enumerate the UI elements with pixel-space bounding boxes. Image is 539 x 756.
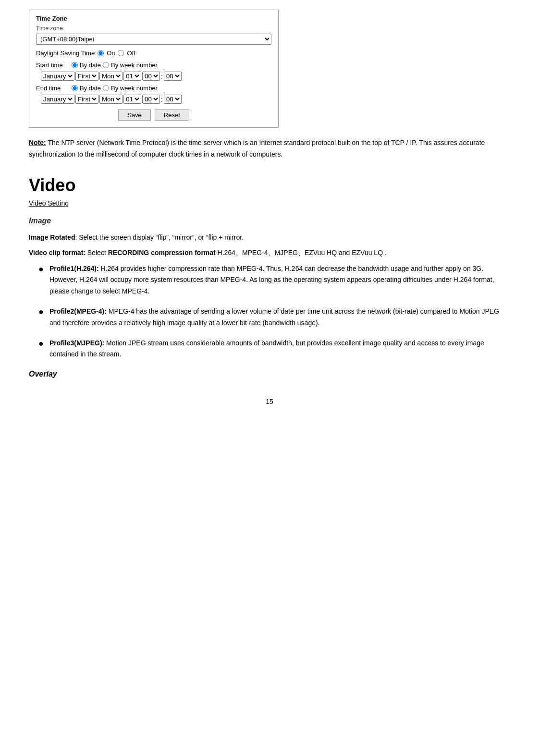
start-time-radio-group: Start time By date By week number — [36, 61, 271, 69]
start-by-week-radio[interactable] — [103, 62, 109, 68]
note-section: Note: The NTP server (Network Time Proto… — [29, 137, 510, 160]
start-hour-select[interactable]: 00 — [142, 72, 160, 81]
end-hour-select[interactable]: 00 — [142, 95, 160, 104]
end-time-label: End time — [36, 85, 70, 92]
dst-label: Daylight Saving Time — [36, 49, 95, 57]
image-rotated-text: : Select the screen display “flip”, “mir… — [75, 233, 243, 241]
dst-on-label: On — [107, 49, 115, 57]
note-keyword: Note: — [29, 139, 46, 146]
profile1-content: Profile1(H.264): H.264 provides higher c… — [49, 263, 510, 297]
start-date-selects: January First Mon 01 00 : 00 — [41, 72, 271, 81]
bullet-dot-3: ● — [38, 338, 44, 350]
list-item: ● Profile2(MPEG-4): MPEG-4 has the advan… — [38, 306, 510, 329]
end-month-select[interactable]: January — [41, 95, 74, 104]
start-day-select[interactable]: Mon — [99, 72, 122, 81]
start-time-section: Start time By date By week number Januar… — [36, 61, 271, 81]
profile2-label: Profile2(MPEG-4): — [49, 307, 107, 315]
end-time-section: End time By date By week number January … — [36, 85, 271, 104]
image-rotated-label: Image Rotated — [29, 233, 75, 241]
start-time-label: Start time — [36, 61, 70, 69]
profile-list: ● Profile1(H.264): H.264 provides higher… — [38, 263, 510, 361]
timezone-section: Time Zone Time zone (GMT+08:00)Taipei Da… — [29, 10, 279, 128]
video-section-title: Video — [29, 175, 510, 195]
video-clip-row: Video clip format: Select RECORDING comp… — [29, 247, 510, 258]
recording-label: RECORDING compression format — [108, 249, 216, 256]
end-date-selects: January First Mon 01 00 : 00 — [41, 95, 271, 104]
start-month-select[interactable]: January — [41, 72, 74, 81]
dst-off-label: Off — [127, 49, 135, 57]
reset-button[interactable]: Reset — [155, 110, 189, 121]
profile2-content: Profile2(MPEG-4): MPEG-4 has the advanta… — [49, 306, 510, 329]
start-colon: : — [161, 73, 163, 80]
video-clip-text: Select — [86, 249, 108, 256]
video-clip-label: Video clip format: — [29, 249, 86, 256]
timezone-field-label: Time zone — [36, 25, 271, 32]
list-item: ● Profile3(MJPEG): Motion JPEG stream us… — [38, 338, 510, 361]
list-item: ● Profile1(H.264): H.264 provides higher… — [38, 263, 510, 297]
bullet-dot-2: ● — [38, 306, 44, 318]
end-colon: : — [161, 96, 163, 103]
start-min-select[interactable]: 00 — [164, 72, 182, 81]
save-button[interactable]: Save — [118, 110, 151, 121]
profile1-label: Profile1(H.264): — [49, 265, 99, 272]
timezone-select[interactable]: (GMT+08:00)Taipei — [36, 34, 271, 45]
end-date-select[interactable]: 01 — [123, 95, 141, 104]
end-by-week-radio[interactable] — [103, 85, 109, 91]
start-by-date-radio[interactable] — [72, 62, 78, 68]
start-by-date-label: By date — [80, 61, 101, 69]
end-occurrence-select[interactable]: First — [75, 95, 98, 104]
profile1-text: H.264 provides higher compression rate t… — [49, 265, 494, 295]
note-paragraph: Note: The NTP server (Network Time Proto… — [29, 137, 510, 160]
bullet-dot-1: ● — [38, 263, 44, 275]
timezone-box-title: Time Zone — [36, 15, 271, 22]
start-date-select[interactable]: 01 — [123, 72, 141, 81]
timezone-button-row: Save Reset — [36, 110, 271, 121]
end-by-week-label: By week number — [111, 85, 158, 92]
end-time-radio-group: End time By date By week number — [36, 85, 271, 92]
start-by-week-label: By week number — [111, 61, 158, 69]
overlay-title: Overlay — [29, 370, 510, 378]
note-text: The NTP server (Network Time Protocol) i… — [29, 139, 485, 158]
profile3-content: Profile3(MJPEG): Motion JPEG stream uses… — [49, 338, 510, 361]
image-rotated-row: Image Rotated: Select the screen display… — [29, 232, 510, 243]
end-day-select[interactable]: Mon — [99, 95, 122, 104]
profile2-text: MPEG-4 has the advantage of sending a lo… — [49, 307, 499, 327]
dst-row: Daylight Saving Time On Off — [36, 49, 271, 57]
end-by-date-label: By date — [80, 85, 101, 92]
end-by-date-radio[interactable] — [72, 85, 78, 91]
page-number: 15 — [29, 398, 510, 405]
video-section: Video Video Setting Image Image Rotated:… — [29, 175, 510, 379]
profile3-label: Profile3(MJPEG): — [49, 339, 104, 347]
dst-on-radio[interactable] — [98, 50, 104, 56]
end-min-select[interactable]: 00 — [164, 95, 182, 104]
recording-text: H.264、MPEG-4、MJPEG、EZVuu HQ and EZVuu LQ… — [216, 249, 387, 256]
start-occurrence-select[interactable]: First — [75, 72, 98, 81]
video-setting-link[interactable]: Video Setting — [29, 199, 510, 207]
dst-off-radio[interactable] — [118, 50, 124, 56]
image-subsection-title: Image — [29, 217, 510, 225]
profile3-text: Motion JPEG stream uses considerable amo… — [49, 339, 484, 358]
